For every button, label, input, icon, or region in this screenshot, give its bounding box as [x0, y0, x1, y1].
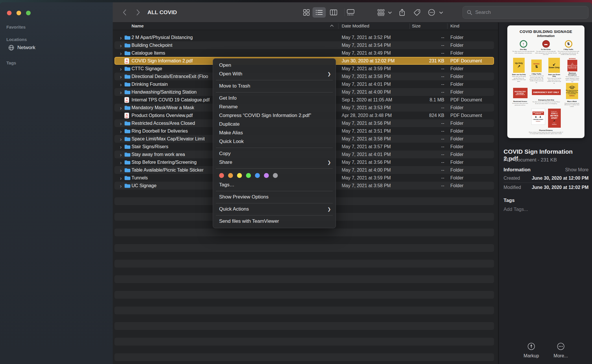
menu-item[interactable]: Open: [213, 61, 336, 70]
tag-color-dot[interactable]: [246, 173, 251, 178]
disclosure-chevron-icon[interactable]: ›: [119, 144, 123, 149]
column-header-size[interactable]: Size: [412, 23, 421, 29]
disclosure-chevron-icon[interactable]: ›: [119, 120, 123, 126]
thumb-caption-text: Physical Distancing may be difficult her…: [564, 103, 580, 107]
menu-item[interactable]: Send files with TeamViewer: [213, 217, 336, 226]
file-kind: Folder: [450, 121, 463, 126]
search-input[interactable]: [475, 10, 584, 15]
search-field[interactable]: [462, 6, 589, 19]
menu-item[interactable]: Duplicate: [213, 120, 336, 129]
page-title: ALL COVID: [147, 9, 177, 16]
menu-item[interactable]: Open With❯: [213, 70, 336, 78]
tag-color-row: [213, 170, 336, 181]
icon-view-button[interactable]: [300, 7, 313, 18]
sign-label: RESTRICTED ACCESS: [513, 91, 528, 94]
svg-text:A: A: [125, 59, 128, 62]
row-stripe: [114, 275, 494, 283]
column-header-date[interactable]: Date Modified: [342, 23, 369, 29]
markup-button[interactable]: Markup: [515, 342, 547, 359]
file-kind: Folder: [450, 82, 463, 87]
column-divider[interactable]: [447, 23, 447, 29]
file-name: Directional Decals/EntranceExit (Floo: [132, 74, 208, 79]
divider: [504, 183, 589, 183]
menu-item[interactable]: Move to Trash: [213, 82, 336, 90]
menu-item[interactable]: Rename: [213, 103, 336, 111]
disclosure-chevron-icon[interactable]: ›: [119, 152, 123, 157]
table-row[interactable]: › 2 M Apart/Physical Distancing May 7, 2…: [113, 34, 498, 41]
file-date-modified: May 7, 2021 at 3:52 PM: [342, 35, 391, 40]
menu-item[interactable]: Make Alias: [213, 129, 336, 137]
tag-color-dot[interactable]: [237, 173, 242, 178]
more-button[interactable]: More...: [545, 342, 577, 359]
disclosure-chevron-icon[interactable]: ›: [119, 66, 123, 71]
group-by-button[interactable]: [374, 7, 388, 18]
sign-sublabel: STAY 2 METRES APART: [548, 112, 561, 119]
menu-item-label: Get Info: [219, 95, 331, 101]
column-view-button[interactable]: [327, 7, 340, 18]
menu-item[interactable]: Show Preview Options: [213, 193, 336, 201]
more-toolbar-button[interactable]: [425, 7, 438, 18]
tag-color-dot[interactable]: [255, 173, 260, 178]
disclosure-chevron-icon[interactable]: ›: [119, 50, 123, 56]
sign-label: EMERGENCY EXIT ONLY: [533, 91, 559, 94]
file-date-modified: Sep 1, 2020 at 11:05 AM: [342, 97, 392, 103]
menu-item-label: Duplicate: [219, 121, 331, 127]
column-divider[interactable]: [410, 23, 410, 29]
disclosure-chevron-icon[interactable]: ›: [119, 35, 123, 40]
file-size: --: [410, 35, 444, 40]
disclosure-chevron-icon[interactable]: ›: [119, 42, 123, 48]
preview-file-meta: PDF document - 231 KB: [504, 157, 589, 163]
menu-item[interactable]: Quick Actions❯: [213, 205, 336, 213]
menu-item[interactable]: Share❯: [213, 158, 336, 167]
disclosure-chevron-icon[interactable]: ›: [119, 81, 123, 87]
tag-color-dot[interactable]: [264, 173, 269, 178]
disclosure-chevron-icon[interactable]: ›: [119, 167, 123, 173]
gallery-view-button[interactable]: [344, 7, 357, 18]
disclosure-chevron-icon[interactable]: ›: [119, 105, 123, 110]
file-size: --: [410, 66, 444, 71]
disclosure-chevron-icon[interactable]: ›: [119, 183, 123, 188]
menu-item[interactable]: Get Info: [213, 94, 336, 103]
table-row[interactable]: › Catalogue Items May 7, 2021 at 3:49 PM…: [113, 49, 498, 57]
share-button[interactable]: [395, 7, 409, 18]
tag-color-dot[interactable]: [228, 173, 233, 178]
column-header-kind[interactable]: Kind: [450, 23, 459, 29]
pdf-preview-thumbnail[interactable]: COVID BUILDING SIGNAGE Information ↑ One…: [507, 25, 584, 138]
file-name: 2 M Apart/Physical Distancing: [132, 35, 193, 40]
markup-icon: [527, 342, 536, 351]
tag-color-dot[interactable]: [273, 173, 278, 178]
zoom-window-button[interactable]: [26, 11, 31, 15]
sign-sublabel: 2 METRES APART: [533, 119, 543, 120]
share-icon: [399, 9, 406, 16]
list-view-button[interactable]: [312, 7, 326, 18]
tags-button[interactable]: [410, 7, 423, 18]
column-divider[interactable]: [338, 23, 338, 29]
close-window-button[interactable]: [7, 11, 12, 15]
tag-color-dot[interactable]: [219, 173, 224, 178]
back-button[interactable]: [120, 8, 130, 17]
sidebar-item-network[interactable]: Network: [8, 44, 35, 51]
add-tags-field[interactable]: Add Tags...: [504, 207, 589, 212]
menu-item-label: Send files with TeamViewer: [219, 218, 331, 224]
forward-button[interactable]: [133, 8, 143, 17]
disclosure-chevron-icon[interactable]: ›: [119, 136, 123, 142]
group-by-icon: [377, 9, 385, 16]
show-more-link[interactable]: Show More: [565, 167, 589, 172]
minimize-window-button[interactable]: [16, 11, 21, 15]
disclosure-chevron-icon[interactable]: ›: [119, 74, 123, 79]
disclosure-chevron-icon[interactable]: ›: [119, 89, 123, 95]
modified-label: Modified: [504, 185, 521, 190]
table-row[interactable]: › Building Checkpoint May 7, 2021 at 3:5…: [113, 41, 498, 49]
thumb-caption: Restricted Access: [512, 101, 528, 102]
menu-item[interactable]: Copy: [213, 149, 336, 158]
disclosure-chevron-icon[interactable]: ›: [119, 128, 123, 134]
column-header-name[interactable]: Name: [132, 23, 144, 29]
do-not-enter-icon: ▬: [542, 40, 550, 48]
file-kind: PDF Document: [450, 58, 482, 64]
menu-item[interactable]: Compress “COVID Sign Information 2.pdf”: [213, 111, 336, 120]
file-date-modified: May 7, 2021 at 3:54 PM: [342, 43, 391, 48]
menu-item[interactable]: Tags…: [213, 181, 336, 189]
menu-item[interactable]: Quick Look: [213, 137, 336, 146]
disclosure-chevron-icon[interactable]: ›: [119, 175, 123, 181]
disclosure-chevron-icon[interactable]: ›: [119, 159, 123, 165]
